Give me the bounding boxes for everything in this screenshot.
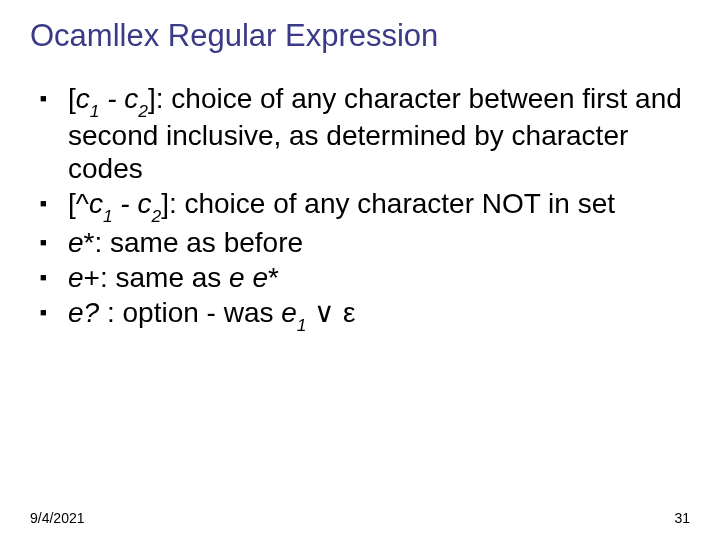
bullet-item-option: e? : option - was e1 ∨ ε [38, 296, 690, 333]
bullet-item-negrange: [^c1 - c2]: choice of any character NOT … [38, 187, 690, 224]
op-plus: + [84, 262, 100, 293]
bullet-item-star: e*: same as before [38, 226, 690, 259]
var-e: e [68, 297, 84, 328]
op-star: * [268, 262, 279, 293]
bullet-item-plus: e+: same as e e* [38, 261, 690, 294]
var-e1: e [281, 297, 297, 328]
sub-1: 1 [297, 315, 307, 335]
colon: : [99, 297, 115, 328]
sub-2: 2 [138, 101, 148, 121]
epsilon: ε [343, 297, 355, 328]
op-star: * [84, 227, 95, 258]
sub-1: 1 [90, 101, 100, 121]
var-c2: c [137, 188, 151, 219]
op-q: ? [84, 297, 100, 328]
sub-2: 2 [151, 206, 161, 226]
slide: Ocamllex Regular Expression [c1 - c2]: c… [0, 0, 720, 540]
op-or: ∨ [306, 297, 343, 328]
desc-text-pre: : same as [100, 262, 229, 293]
sub-1: 1 [103, 206, 113, 226]
slide-title: Ocamllex Regular Expression [30, 18, 690, 54]
var-e: e [68, 262, 84, 293]
footer-date: 9/4/2021 [30, 510, 85, 526]
footer-page-number: 31 [674, 510, 690, 526]
var-c1: c [76, 83, 90, 114]
bracket-close: ] [161, 188, 169, 219]
var-e: e [68, 227, 84, 258]
dash: - [99, 83, 124, 114]
desc-text: : choice of any character NOT in set [169, 188, 615, 219]
bracket-open: [ [68, 83, 76, 114]
bullet-item-range: [c1 - c2]: choice of any character betwe… [38, 82, 690, 185]
desc-text: : choice of any character between first … [68, 83, 682, 184]
bracket-close: ] [148, 83, 156, 114]
desc-text: : same as before [94, 227, 303, 258]
var-ee: e e [229, 262, 268, 293]
dash: - [113, 188, 138, 219]
var-c1: c [89, 188, 103, 219]
slide-content: [c1 - c2]: choice of any character betwe… [30, 82, 690, 333]
desc-text-pre: option - was [115, 297, 282, 328]
bracket-open-neg: [^ [68, 188, 89, 219]
bullet-list: [c1 - c2]: choice of any character betwe… [38, 82, 690, 333]
var-c2: c [124, 83, 138, 114]
